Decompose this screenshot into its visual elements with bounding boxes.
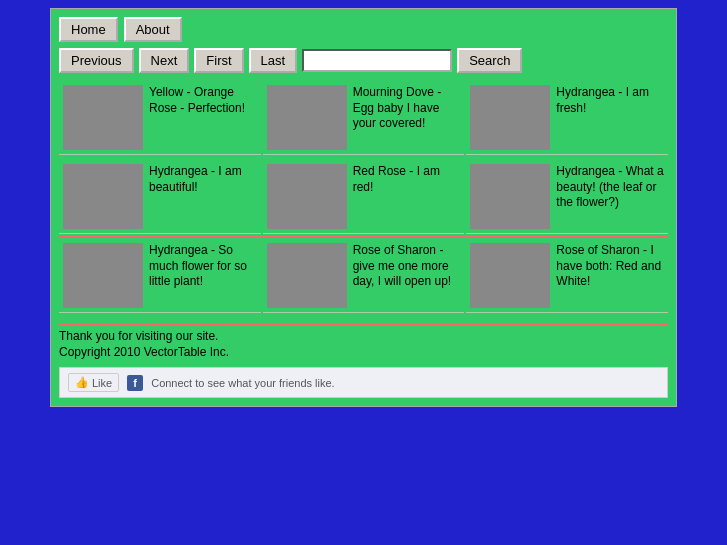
gallery-item-3[interactable]: Hydrangea - I am beautiful! xyxy=(59,160,261,234)
gallery-grid: Yellow - Orange Rose - Perfection! Mourn… xyxy=(59,81,668,155)
caption-1: Mourning Dove - Egg baby I have your cov… xyxy=(353,85,461,132)
next-button[interactable]: Next xyxy=(139,48,190,73)
copyright-text: Copyright 2010 VectorTable Inc. xyxy=(59,345,668,359)
like-label: Like xyxy=(92,377,112,389)
caption-2: Hydrangea - I am fresh! xyxy=(556,85,664,116)
thumbnail-6 xyxy=(63,243,143,308)
previous-button[interactable]: Previous xyxy=(59,48,134,73)
thumbnail-7 xyxy=(267,243,347,308)
thumbnail-5 xyxy=(470,164,550,229)
gallery-grid-3: Hydrangea - So much flower for so little… xyxy=(59,239,668,313)
thumbs-up-icon: 👍 xyxy=(75,376,89,389)
thumbnail-4 xyxy=(267,164,347,229)
facebook-icon: f xyxy=(127,375,143,391)
caption-7: Rose of Sharon - give me one more day, I… xyxy=(353,243,461,290)
gallery-item-6[interactable]: Hydrangea - So much flower for so little… xyxy=(59,239,261,313)
thumbnail-0 xyxy=(63,85,143,150)
caption-6: Hydrangea - So much flower for so little… xyxy=(149,243,257,290)
thumbnail-2 xyxy=(470,85,550,150)
gallery-item-5[interactable]: Hydrangea - What a beauty! (the leaf or … xyxy=(466,160,668,234)
caption-4: Red Rose - I am red! xyxy=(353,164,461,195)
row-divider-3 xyxy=(59,315,668,316)
search-button[interactable]: Search xyxy=(457,48,522,73)
first-button[interactable]: First xyxy=(194,48,243,73)
facebook-bar: 👍 Like f Connect to see what your friend… xyxy=(59,367,668,398)
thumbnail-8 xyxy=(470,243,550,308)
gallery-item-7[interactable]: Rose of Sharon - give me one more day, I… xyxy=(263,239,465,313)
last-button[interactable]: Last xyxy=(249,48,298,73)
gallery-item-1[interactable]: Mourning Dove - Egg baby I have your cov… xyxy=(263,81,465,155)
app-container: Home About Previous Next First Last Sear… xyxy=(50,8,677,407)
facebook-description: Connect to see what your friends like. xyxy=(151,377,334,389)
row-divider-2 xyxy=(59,236,668,237)
gallery-item-0[interactable]: Yellow - Orange Rose - Perfection! xyxy=(59,81,261,155)
gallery-grid-2: Hydrangea - I am beautiful! Red Rose - I… xyxy=(59,160,668,234)
thumbnail-3 xyxy=(63,164,143,229)
caption-3: Hydrangea - I am beautiful! xyxy=(149,164,257,195)
pagination-bar: Previous Next First Last Search xyxy=(59,48,668,73)
caption-5: Hydrangea - What a beauty! (the leaf or … xyxy=(556,164,664,211)
search-input[interactable] xyxy=(302,49,452,72)
home-button[interactable]: Home xyxy=(59,17,118,42)
caption-8: Rose of Sharon - I have both: Red and Wh… xyxy=(556,243,664,290)
thank-you-text: Thank you for visiting our site. xyxy=(59,329,668,343)
gallery-item-8[interactable]: Rose of Sharon - I have both: Red and Wh… xyxy=(466,239,668,313)
caption-0: Yellow - Orange Rose - Perfection! xyxy=(149,85,257,116)
gallery-item-2[interactable]: Hydrangea - I am fresh! xyxy=(466,81,668,155)
thumbnail-1 xyxy=(267,85,347,150)
top-nav: Home About xyxy=(59,17,668,42)
gallery-item-4[interactable]: Red Rose - I am red! xyxy=(263,160,465,234)
facebook-like-button[interactable]: 👍 Like xyxy=(68,373,119,392)
footer: Thank you for visiting our site. Copyrig… xyxy=(59,324,668,359)
row-divider-1 xyxy=(59,157,668,158)
about-button[interactable]: About xyxy=(124,17,182,42)
